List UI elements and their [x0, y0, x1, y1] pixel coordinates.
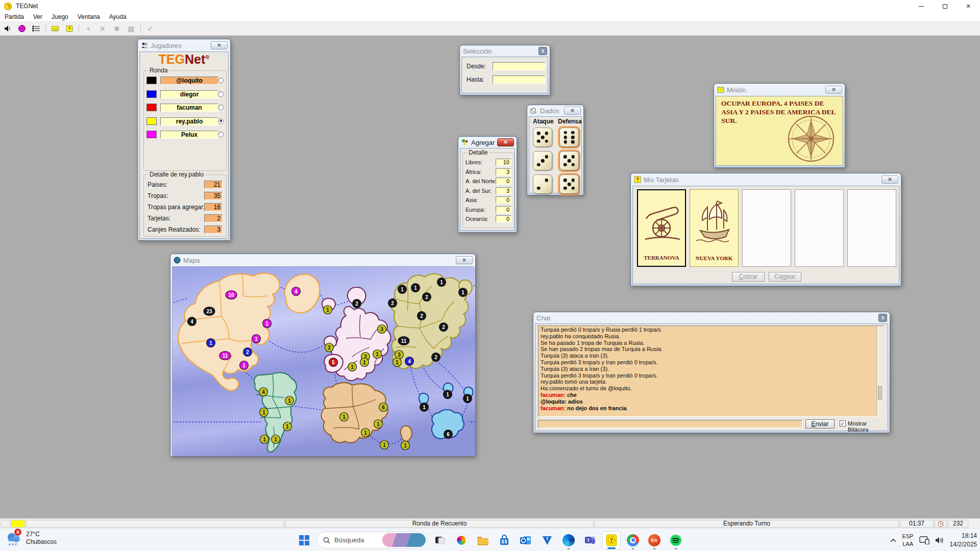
canjear-button[interactable]: Canjear [769, 272, 801, 282]
mission-toolbar-button[interactable] [48, 23, 62, 35]
country-card[interactable]: TERRANOVA [637, 189, 686, 267]
task-view-button[interactable] [431, 531, 449, 549]
player-color-swatch [146, 77, 157, 84]
player-radio[interactable] [218, 91, 224, 97]
t-app-button[interactable]: T [538, 531, 556, 549]
mision-titlebar[interactable]: Misión ✕ [714, 84, 845, 96]
bitacora-checkbox[interactable]: ✓ [840, 420, 846, 427]
game-map[interactable]: 1023411211114213221151111122221131424111… [173, 267, 475, 456]
country-card[interactable]: NUEVA YORK [690, 189, 739, 267]
chat-input[interactable] [538, 420, 802, 428]
jugadores-titlebar[interactable]: Jugadores ✕ [138, 39, 230, 52]
add-troops-toolbar-button[interactable]: ＋ [82, 23, 95, 35]
minimize-button[interactable] [910, 0, 933, 12]
svg-text:T: T [587, 538, 590, 543]
close-button[interactable]: ✕ [957, 0, 980, 12]
clock-datetime[interactable]: 18:1414/2/2025 [950, 532, 977, 548]
seleccion-field-input[interactable] [493, 76, 545, 84]
attack-toolbar-button[interactable]: ✕ [96, 23, 109, 35]
empty-card-slot[interactable] [742, 189, 791, 267]
players-toolbar-button[interactable] [30, 23, 43, 35]
seleccion-field-input[interactable] [493, 62, 545, 70]
mapa-titlebar[interactable]: Mapa ✕ [170, 254, 475, 266]
chat-scrollbar[interactable] [876, 326, 883, 416]
menu-partida[interactable]: Partida [0, 12, 29, 22]
chat-message: rey.pablo ha conquistado Rusia. [541, 333, 881, 340]
teams-button[interactable]: T [581, 531, 599, 549]
regroup-toolbar-button[interactable]: ✱ [110, 23, 124, 35]
jugadores-close-button[interactable]: ✕ [211, 41, 228, 49]
seleccion-titlebar[interactable]: Selección x [460, 45, 550, 57]
cards-toolbar-button[interactable]: ? [63, 23, 76, 35]
agregar-titlebar[interactable]: Agregar ✕ [458, 137, 517, 148]
sound-toolbar-button[interactable] [1, 23, 14, 35]
chrome-button[interactable] [624, 531, 642, 549]
mision-close-button[interactable]: ✕ [825, 86, 842, 94]
status-player-color [11, 520, 25, 528]
cast-icon[interactable] [919, 536, 929, 544]
empty-card-slot[interactable] [847, 189, 896, 267]
status-panel-empty2 [26, 520, 284, 528]
detalle-rows: Paises:21Tropas:35Tropas para agregar:16… [144, 175, 226, 236]
troop-count-label: 2 [328, 345, 331, 350]
edge-button[interactable] [559, 531, 578, 549]
weather-widget[interactable]: 6 27°CChubascos [5, 530, 57, 546]
player-radio[interactable] [218, 105, 224, 110]
language-indicator[interactable]: ESPLAA [902, 533, 914, 547]
maximize-button[interactable] [933, 0, 957, 12]
defense-die [558, 173, 580, 195]
menu-juego[interactable]: Juego [47, 12, 73, 22]
volume-icon[interactable] [935, 536, 944, 544]
agregar-label: A. del Sur: [465, 188, 492, 194]
file-explorer-button[interactable] [474, 531, 492, 549]
agregar-window: Agregar ✕ Detalle Libres:10África:3A. de… [458, 136, 517, 233]
agregar-rows: Libres:10África:3A. del Norte:0A. del Su… [463, 153, 514, 228]
tarjetas-close-button[interactable]: ✕ [881, 176, 898, 184]
player-radio[interactable] [218, 118, 224, 124]
card-country-name: TERRANOVA [638, 255, 685, 261]
start-button[interactable] [295, 531, 313, 549]
menu-ver[interactable]: Ver [29, 12, 47, 22]
chat-titlebar[interactable]: Chat x [533, 312, 890, 323]
search-box[interactable]: Búsqueda [316, 532, 428, 548]
chat-scroll-thumb[interactable] [878, 386, 882, 399]
spotify-button[interactable] [667, 531, 685, 549]
cobrar-button[interactable]: Cobrar [732, 272, 765, 282]
player-color-swatch [146, 90, 157, 98]
end-turn-toolbar-button[interactable]: ✓ [143, 23, 157, 35]
troop-count-label: 2 [246, 349, 249, 355]
player-row: Pelux [146, 130, 224, 140]
player-name: rey.pablo [160, 117, 218, 126]
mapa-close-button[interactable]: ✕ [456, 256, 473, 264]
map-toolbar-button[interactable] [15, 23, 29, 35]
seleccion-close-button[interactable]: x [538, 47, 547, 55]
troop-count-label: 4 [408, 359, 411, 364]
outlook-button[interactable] [517, 531, 535, 549]
dados-close-button[interactable]: ✕ [564, 107, 581, 115]
chat-close-button[interactable]: x [878, 314, 887, 322]
troop-count-label: 1 [265, 321, 268, 327]
store-button[interactable] [495, 531, 513, 549]
agregar-label: Asia: [465, 197, 478, 203]
tarjetas-titlebar[interactable]: ? Mis Tarjetas ✕ [631, 173, 901, 186]
app-titlebar: TEGNet ✕ [0, 0, 980, 12]
player-radio[interactable] [218, 78, 224, 83]
player-radio[interactable] [218, 132, 224, 137]
dados-titlebar[interactable]: Dados ✕ [527, 105, 583, 116]
compass-rose [786, 113, 837, 164]
tray-chevron-icon[interactable] [890, 538, 897, 543]
send-button[interactable]: Enviar [805, 419, 835, 429]
copilot-button[interactable] [452, 531, 471, 549]
troop-count-label: 4 [262, 389, 265, 395]
tegnet-taskbar-button[interactable]: ? [602, 531, 621, 549]
menu-ayuda[interactable]: Ayuda [105, 12, 131, 22]
mdi-area: Jugadores ✕ TEGNet® Ronda @loquitodiegor… [0, 36, 980, 518]
card-country-name: NUEVA YORK [690, 255, 738, 261]
agregar-close-button[interactable]: ✕ [497, 138, 514, 146]
exchange-toolbar-button[interactable]: ▤ [125, 23, 138, 35]
empty-card-slot[interactable] [795, 189, 844, 267]
player-name: facuman [160, 104, 218, 112]
ea-button[interactable]: EA [645, 531, 664, 549]
taskbar: 6 27°CChubascos Búsqueda T [0, 528, 980, 551]
menu-ventana[interactable]: Ventana [73, 12, 105, 22]
